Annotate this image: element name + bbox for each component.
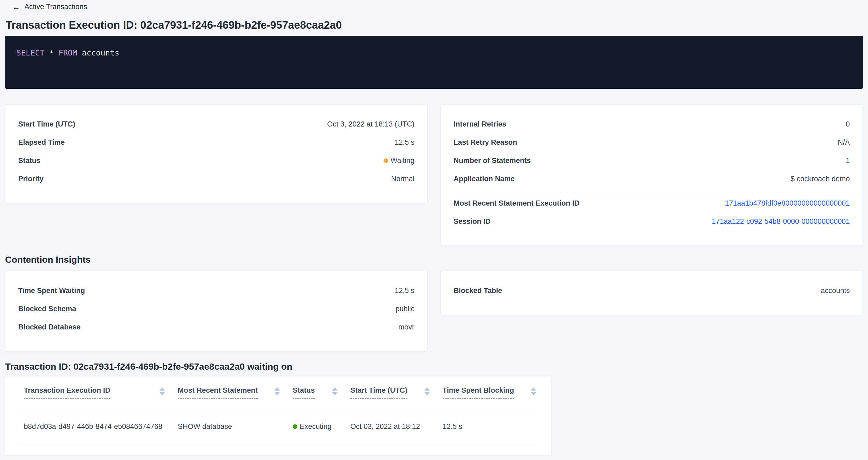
- application-name-label: Application Name: [454, 175, 515, 183]
- priority-row: Priority Normal: [18, 170, 414, 188]
- sql-statement-box: SELECT * FROM accounts: [5, 36, 863, 89]
- status-text: Executing: [300, 423, 332, 431]
- contention-cards-row: Time Spent Waiting 12.5 s Blocked Schema…: [5, 271, 863, 351]
- executing-status-dot-icon: [293, 424, 297, 429]
- page-title: Transaction Execution ID: 02ca7931-f246-…: [6, 19, 863, 31]
- sql-table-name: accounts: [82, 48, 119, 57]
- blocked-database-label: Blocked Database: [18, 323, 81, 331]
- last-retry-reason-row: Last Retry Reason N/A: [454, 133, 850, 151]
- transaction-summary-card-left: Start Time (UTC) Oct 3, 2022 at 18:13 (U…: [5, 104, 428, 203]
- start-time-value: Oct 3, 2022 at 18:13 (UTC): [327, 120, 414, 128]
- time-spent-waiting-label: Time Spent Waiting: [18, 286, 85, 295]
- back-arrow-icon: ←: [12, 3, 20, 11]
- internal-retries-label: Internal Retries: [454, 120, 506, 128]
- column-header-time-spent-blocking[interactable]: Time Spent Blocking: [442, 386, 538, 399]
- summary-cards-row: Start Time (UTC) Oct 3, 2022 at 18:13 (U…: [5, 104, 863, 246]
- blocked-database-row: Blocked Database movr: [18, 318, 414, 336]
- sql-star: *: [49, 48, 54, 57]
- column-header-label: Status: [293, 386, 315, 399]
- blocked-schema-row: Blocked Schema public: [18, 300, 414, 318]
- statement-execution-id-row: Most Recent Statement Execution ID 171aa…: [454, 194, 850, 212]
- last-retry-reason-value: N/A: [838, 138, 850, 147]
- number-of-statements-label: Number of Statements: [454, 157, 531, 165]
- waiting-status-dot-icon: [383, 158, 388, 163]
- session-id-link[interactable]: 171aa122-c092-54b8-0000-000000000001: [712, 217, 850, 226]
- cell-most-recent-statement: SHOW database: [178, 423, 293, 431]
- table-header-row: Transaction Execution ID Most Recent Sta…: [18, 377, 538, 408]
- blocked-database-value: movr: [398, 323, 414, 331]
- sql-keyword-select: SELECT: [17, 48, 44, 57]
- transaction-summary-card-right: Internal Retries 0 Last Retry Reason N/A…: [440, 104, 863, 246]
- column-header-label: Time Spent Blocking: [442, 386, 514, 399]
- table-footer-space: [18, 445, 538, 455]
- last-retry-reason-label: Last Retry Reason: [454, 138, 517, 147]
- number-of-statements-value: 1: [846, 157, 850, 165]
- status-row: Status Waiting: [18, 151, 414, 170]
- blocked-table-value: accounts: [821, 286, 850, 295]
- cell-transaction-execution-id: b8d7d03a-d497-446b-8474-e50846674768: [24, 423, 178, 431]
- elapsed-time-row: Elapsed Time 12.5 s: [18, 133, 414, 151]
- back-link-label: Active Transactions: [24, 3, 87, 11]
- internal-retries-value: 0: [846, 120, 850, 128]
- priority-value: Normal: [391, 175, 414, 183]
- session-id-row: Session ID 171aa122-c092-54b8-0000-00000…: [454, 212, 850, 231]
- start-time-row: Start Time (UTC) Oct 3, 2022 at 18:13 (U…: [18, 115, 414, 133]
- contention-card-right: Blocked Table accounts: [440, 271, 863, 315]
- column-header-label: Most Recent Statement: [178, 386, 258, 399]
- waiting-on-table: Transaction Execution ID Most Recent Sta…: [18, 377, 538, 455]
- transaction-details-page: ← Active Transactions Transaction Execut…: [0, 0, 868, 455]
- back-to-active-transactions-link[interactable]: ← Active Transactions: [12, 3, 87, 11]
- status-value: Waiting: [383, 157, 414, 165]
- priority-label: Priority: [18, 175, 44, 183]
- elapsed-time-value: 12.5 s: [395, 138, 414, 147]
- table-row: b8d7d03a-d497-446b-8474-e50846674768 SHO…: [18, 408, 538, 445]
- contention-card-left: Time Spent Waiting 12.5 s Blocked Schema…: [5, 271, 428, 351]
- cell-status: Executing: [293, 423, 350, 431]
- internal-retries-row: Internal Retries 0: [454, 115, 850, 133]
- blocked-schema-value: public: [395, 305, 414, 313]
- sql-keyword-from: FROM: [58, 48, 77, 57]
- contention-insights-heading: Contention Insights: [5, 254, 863, 265]
- time-spent-waiting-row: Time Spent Waiting 12.5 s: [18, 282, 414, 300]
- statement-execution-id-label: Most Recent Statement Execution ID: [454, 199, 580, 208]
- waiting-on-table-card: Transaction Execution ID Most Recent Sta…: [5, 377, 551, 455]
- sort-arrows-icon: [424, 387, 430, 395]
- sort-arrows-icon: [159, 387, 165, 395]
- number-of-statements-row: Number of Statements 1: [454, 151, 850, 170]
- cell-time-spent-blocking: 12.5 s: [442, 423, 538, 431]
- blocked-table-label: Blocked Table: [454, 286, 502, 295]
- session-id-label: Session ID: [454, 217, 491, 226]
- card-divider: [454, 191, 850, 191]
- statement-execution-id-link[interactable]: 171aa1b478fdf0e80000000000000001: [725, 199, 850, 208]
- status-label: Status: [18, 157, 40, 165]
- column-header-transaction-execution-id[interactable]: Transaction Execution ID: [24, 386, 178, 399]
- waiting-on-heading: Transaction ID: 02ca7931-f246-469b-b2fe-…: [5, 361, 863, 372]
- time-spent-waiting-value: 12.5 s: [395, 286, 414, 295]
- cell-start-time: Oct 03, 2022 at 18:12: [350, 423, 442, 431]
- start-time-label: Start Time (UTC): [18, 120, 75, 128]
- blocked-table-row: Blocked Table accounts: [454, 282, 850, 300]
- column-header-label: Start Time (UTC): [350, 386, 407, 399]
- column-header-status[interactable]: Status: [293, 386, 350, 399]
- column-header-label: Transaction Execution ID: [24, 386, 111, 399]
- sort-arrows-icon: [275, 387, 280, 395]
- sort-arrows-icon: [531, 387, 536, 395]
- application-name-row: Application Name $ cockroach demo: [454, 170, 850, 188]
- column-header-most-recent-statement[interactable]: Most Recent Statement: [178, 386, 293, 399]
- blocked-schema-label: Blocked Schema: [18, 305, 76, 313]
- elapsed-time-label: Elapsed Time: [18, 138, 65, 147]
- application-name-value: $ cockroach demo: [790, 175, 850, 183]
- status-text: Waiting: [391, 157, 414, 165]
- sort-arrows-icon: [332, 387, 338, 395]
- column-header-start-time[interactable]: Start Time (UTC): [350, 386, 442, 399]
